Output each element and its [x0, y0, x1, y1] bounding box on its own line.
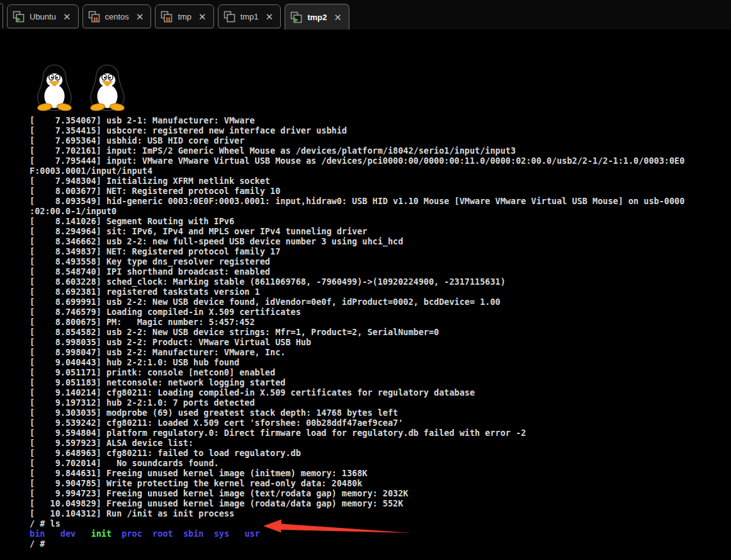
tab-close-icon[interactable]: ✕	[62, 11, 72, 22]
kernel-log-line: [ 8.699991] usb 2-2: New USB device foun…	[30, 297, 684, 307]
tux-logo-icon	[33, 63, 76, 112]
tux-boot-logos	[33, 63, 128, 112]
tab-label: centos	[105, 12, 129, 21]
kernel-log-line: [ 9.051183] netconsole: network logging …	[30, 377, 684, 387]
tab-tmp2[interactable]: tmp2✕	[285, 4, 349, 30]
console-output: [ 7.354067] usb 2-1: Manufacturer: VMwar…	[30, 115, 684, 549]
ls-output-line: bin dev init proc root sbin sys usr	[30, 529, 684, 539]
shell-prompt: / #	[30, 539, 684, 549]
tab-strip: Ubuntu✕ centos✕ tmp✕ tmp1✕ tmp2✕	[5, 4, 351, 30]
kernel-log-line: [ 8.548740] IPI shorthand broadcast: ena…	[30, 266, 684, 277]
ls-entry-root: root	[152, 529, 173, 539]
ls-entry-dev: dev	[60, 529, 76, 539]
kernel-log-line: [ 8.093549] hid-generic 0003:0E0F:0003.0…	[30, 196, 684, 206]
tab-close-icon[interactable]: ✕	[264, 11, 275, 22]
kernel-log-line: [ 9.597923] ALSA device list:	[30, 438, 684, 448]
kernel-log-line: [ 9.539242] cfg80211: Loaded X.509 cert …	[30, 418, 684, 428]
tab-tmp[interactable]: tmp✕	[155, 4, 213, 28]
kernel-log-line: [ 9.702014] No soundcards found.	[30, 458, 684, 468]
tab-close-icon[interactable]: ✕	[332, 12, 343, 23]
kernel-log-line: [ 8.294964] sit: IPv6, IPv4 and MPLS ove…	[30, 226, 684, 236]
tab-bar: Ubuntu✕ centos✕ tmp✕ tmp1✕ tmp2✕	[0, 0, 731, 30]
ls-entry-bin: bin	[30, 529, 45, 539]
tab-close-icon[interactable]: ✕	[135, 11, 145, 22]
session-paused-icon	[161, 11, 173, 23]
kernel-log-line: [ 8.800675] PM: Magic number: 5:457:452	[30, 317, 684, 327]
kernel-log-line: [ 9.040443] hub 2-2:1.0: USB hub found	[30, 357, 684, 367]
ls-entry-sys: sys	[214, 529, 229, 539]
tab-label: tmp	[178, 12, 191, 21]
kernel-log-line: [ 9.594804] platform regulatory.0: Direc…	[30, 428, 684, 438]
kernel-log-line: [ 7.695364] usbhid: USB HID core driver	[30, 135, 684, 146]
kernel-log-line: [ 9.140214] cfg80211: Loading compiled-i…	[30, 387, 684, 397]
ls-entry-init: init	[91, 529, 112, 539]
session-icon	[224, 11, 235, 23]
kernel-log-line: [ 8.998035] usb 2-2: Product: VMware Vir…	[30, 337, 684, 347]
kernel-log-line: [ 7.354067] usb 2-1: Manufacturer: VMwar…	[30, 115, 684, 125]
kernel-log-line: [ 8.692381] registered taskstats version…	[30, 287, 684, 297]
tab-label: tmp1	[241, 12, 259, 21]
kernel-log-line: [ 10.104312] Run /init as init process	[30, 508, 684, 518]
kernel-log-line: [ 8.349837] NET: Registered protocol fam…	[30, 246, 684, 256]
kernel-log-line: [ 8.746579] Loading compiled-in X.509 ce…	[30, 307, 684, 317]
kernel-log-line: [ 8.003677] NET: Registered protocol fam…	[30, 186, 684, 196]
kernel-log-line: [ 8.998047] usb 2-2: Manufacturer: VMwar…	[30, 347, 684, 357]
kernel-log-line: [ 10.049829] Freeing unused kernel image…	[30, 498, 684, 508]
kernel-log-line: [ 8.854582] usb 2-2: New USB device stri…	[30, 327, 684, 337]
tab-label: Ubuntu	[30, 12, 56, 21]
tab-centos[interactable]: centos✕	[82, 4, 152, 28]
kernel-log-line: F:0003.0001/input/input4	[30, 166, 684, 176]
session-paused-icon	[88, 11, 100, 23]
ls-entry-sbin: sbin	[183, 529, 204, 539]
tab-ubuntu[interactable]: Ubuntu✕	[7, 4, 79, 28]
kernel-log-line: [ 7.702161] input: ImPS/2 Generic Wheel …	[30, 146, 684, 156]
tux-logo-icon	[86, 63, 128, 112]
kernel-log-line: [ 7.948304] Initializing XFRM netlink so…	[30, 176, 684, 186]
kernel-log-line: [ 9.904785] Write protecting the kernel …	[30, 478, 684, 488]
kernel-log-line: [ 7.795444] input: VMware VMware Virtual…	[30, 156, 684, 166]
session-running-icon	[290, 11, 302, 23]
session-running-icon	[13, 11, 25, 23]
kernel-log-line: [ 8.493558] Key type dns_resolver regist…	[30, 256, 684, 266]
kernel-log-line: [ 9.051171] printk: console [netcon0] en…	[30, 367, 684, 377]
kernel-log-line: [ 7.354415] usbcore: registered new inte…	[30, 125, 684, 135]
tab-label: tmp2	[307, 13, 327, 22]
kernel-log-line: [ 9.197312] hub 2-2:1.0: 7 ports detecte…	[30, 397, 684, 408]
tab-tmp1[interactable]: tmp1✕	[218, 4, 281, 28]
terminal-screen[interactable]: [ 7.354067] usb 2-1: Manufacturer: VMwar…	[0, 30, 731, 560]
kernel-log-line: [ 9.994723] Freeing unused kernel image …	[30, 488, 684, 498]
kernel-log-line: [ 9.303035] modprobe (69) used greatest …	[30, 408, 684, 418]
ls-entry-usr: usr	[244, 529, 259, 539]
kernel-log-line: [ 8.141026] Segment Routing with IPv6	[30, 216, 684, 226]
kernel-log-line: [ 8.603228] sched_clock: Marking stable …	[30, 277, 684, 287]
ls-entry-proc: proc	[122, 529, 142, 539]
shell-prompt-ls-command: / # ls	[30, 518, 684, 529]
tab-close-icon[interactable]: ✕	[197, 11, 208, 22]
kernel-log-line: [ 9.648963] cfg80211: failed to load reg…	[30, 448, 684, 458]
kernel-log-line: [ 8.346662] usb 2-2: new full-speed USB …	[30, 236, 684, 246]
tab-fragment-offscreen[interactable]	[0, 3, 3, 28]
kernel-log-line: :02:00.0-1/input0	[30, 206, 684, 216]
kernel-log-line: [ 9.844631] Freeing unused kernel image …	[30, 468, 684, 478]
